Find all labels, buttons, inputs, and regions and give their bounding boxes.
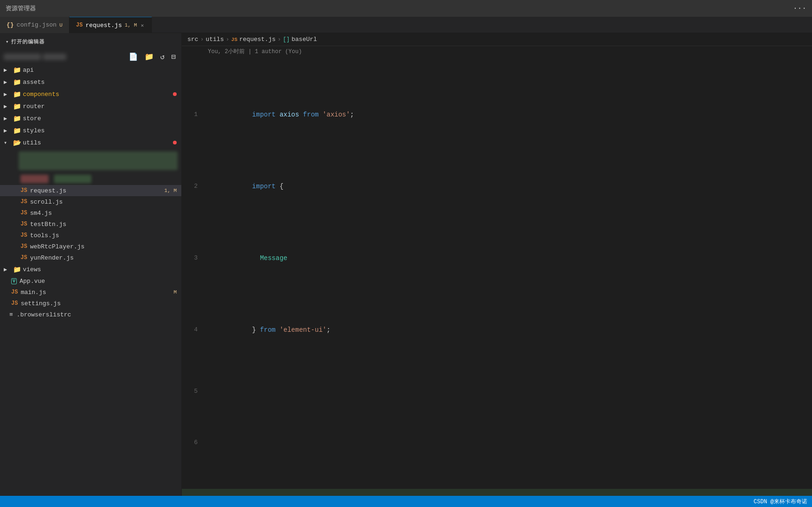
sidebar-toolbar: 📄 📁 ↺ ⊟	[0, 50, 181, 64]
sidebar-file-webrtcplayer-js-label: webRtcPlayer.js	[30, 243, 84, 250]
sidebar-file-settings-js[interactable]: JS settings.js	[0, 298, 181, 309]
js-file-icon: JS	[21, 221, 27, 227]
sidebar-file-request-js[interactable]: JS request.js 1, M	[0, 185, 181, 196]
main-content: ▾ 打开的编辑器 📄 📁 ↺ ⊟ ▶ 📁 api	[0, 33, 812, 496]
code-area[interactable]: 1 import axios from 'axios'; 2 import { …	[182, 56, 812, 496]
tab-bar: {} config.json U JS request.js 1, M ✕	[0, 17, 812, 33]
tab-request-js-badge: 1, M	[124, 22, 137, 28]
tab-config-json-badge: U	[59, 22, 62, 28]
sidebar-file-scroll-js[interactable]: JS scroll.js	[0, 196, 181, 207]
code-line-6: 6	[182, 438, 812, 448]
title-bar: 资源管理器 ···	[0, 0, 812, 17]
sidebar: ▾ 打开的编辑器 📄 📁 ↺ ⊟ ▶ 📁 api	[0, 33, 182, 496]
sidebar-file-browserslistrc[interactable]: ≡ .browserslistrc	[0, 309, 181, 320]
sidebar-filter-value	[43, 54, 66, 60]
status-bar-right-text: CSDN @来杯卡布奇诺	[754, 498, 807, 506]
js-file-icon: JS	[21, 232, 27, 239]
sidebar-file-sm4-js[interactable]: JS sm4.js	[0, 207, 181, 219]
new-folder-button[interactable]: 📁	[143, 51, 156, 62]
chevron-right-icon: ▶	[4, 115, 11, 122]
sidebar-file-main-js-label: main.js	[21, 289, 173, 296]
folder-icon: 📁	[13, 103, 21, 110]
chevron-right-icon: ▶	[4, 79, 11, 86]
code-text-1: import axios from 'axios';	[205, 99, 354, 130]
js-file-icon: JS	[21, 199, 27, 205]
code-line-3: 3 Message	[182, 243, 812, 274]
folder-icon: 📁	[13, 115, 21, 123]
line-num-2: 2	[186, 181, 205, 192]
folder-icon: 📁	[13, 266, 21, 274]
sidebar-item-styles[interactable]: ▶ 📁 styles	[0, 124, 181, 137]
sidebar-file-app-vue[interactable]: V App.vue	[0, 275, 181, 287]
sidebar-chevron-down[interactable]: ▾	[6, 39, 9, 45]
editor: src › utils › JS request.js › [] baseUrl…	[182, 33, 812, 496]
title-bar-menu-dots[interactable]: ···	[793, 4, 806, 13]
new-file-button[interactable]: 📄	[127, 51, 140, 62]
breadcrumb-src[interactable]: src	[187, 36, 198, 43]
tab-request-js-close[interactable]: ✕	[140, 21, 145, 29]
sidebar-file-main-js[interactable]: JS main.js M	[0, 287, 181, 298]
sidebar-item-utils[interactable]: ▾ 📂 utils	[0, 137, 181, 149]
sidebar-item-store[interactable]: ▶ 📁 store	[0, 112, 181, 124]
sidebar-file-yunrender-js[interactable]: JS yunRender.js	[0, 252, 181, 263]
breadcrumb-sep-1: ›	[200, 36, 204, 43]
breadcrumb-utils[interactable]: utils	[206, 36, 224, 43]
sidebar-file-sm4-js-label: sm4.js	[30, 210, 52, 217]
sidebar-item-components[interactable]: ▶ 📁 components	[0, 88, 181, 100]
sidebar-file-yunrender-js-label: yunRender.js	[30, 254, 74, 261]
code-text-2: import {	[205, 171, 283, 202]
code-content: 1 import axios from 'axios'; 2 import { …	[182, 56, 812, 496]
sidebar-item-views[interactable]: ▶ 📁 views	[0, 263, 181, 275]
sidebar-item-api[interactable]: ▶ 📁 api	[0, 64, 181, 76]
tab-config-json-label: config.json	[17, 21, 57, 28]
js-file-icon: JS	[11, 300, 18, 307]
sidebar-file-tree: ▶ 📁 api ▶ 📁 assets ▶ 📁 components	[0, 64, 181, 496]
collapse-button[interactable]: ⊟	[169, 51, 178, 62]
chevron-right-icon: ▶	[4, 91, 11, 98]
line-num-5: 5	[186, 386, 205, 397]
sidebar-file-scroll-js-label: scroll.js	[30, 199, 62, 206]
sidebar-title: 打开的编辑器	[11, 38, 45, 45]
sidebar-item-assets[interactable]: ▶ 📁 assets	[0, 76, 181, 88]
chevron-right-icon: ▶	[4, 67, 11, 74]
sidebar-blurred-item-2	[54, 175, 91, 183]
tab-js-icon: JS	[76, 22, 83, 28]
chevron-right-icon: ▶	[4, 127, 11, 134]
sidebar-file-testbtn-js[interactable]: JS testBtn.js	[0, 219, 181, 230]
sidebar-blurred-section-1	[19, 151, 178, 170]
refresh-button[interactable]: ↺	[158, 51, 167, 62]
sidebar-item-store-label: store	[23, 115, 41, 122]
sidebar-file-app-vue-label: App.vue	[20, 278, 45, 285]
tab-json-icon: {}	[7, 21, 14, 28]
code-line-5: 5	[182, 386, 812, 397]
sidebar-item-styles-label: styles	[23, 127, 45, 134]
breadcrumb-baseurl[interactable]: baseUrl	[291, 36, 317, 43]
sidebar-item-router[interactable]: ▶ 📁 router	[0, 100, 181, 112]
folder-icon: 📁	[13, 90, 21, 98]
title-bar-title: 资源管理器	[6, 4, 793, 13]
components-modified-dot	[173, 92, 177, 96]
code-text-3: Message	[205, 243, 287, 274]
sidebar-item-api-label: api	[23, 67, 34, 74]
sidebar-file-tools-js[interactable]: JS tools.js	[0, 230, 181, 241]
sidebar-item-assets-label: assets	[23, 79, 45, 86]
breadcrumb-sep-3: ›	[277, 36, 281, 43]
code-line-2: 2 import {	[182, 171, 812, 202]
js-file-icon: JS	[21, 243, 27, 250]
blame-line: You, 2小时前 | 1 author (You)	[182, 46, 812, 56]
chevron-right-icon: ▶	[4, 103, 11, 110]
tab-request-js[interactable]: JS request.js 1, M ✕	[69, 17, 151, 33]
sidebar-file-webrtcplayer-js[interactable]: JS webRtcPlayer.js	[0, 241, 181, 252]
code-line-7: 7	[182, 489, 812, 496]
sidebar-file-tools-js-label: tools.js	[30, 232, 59, 239]
status-bar: CSDN @来杯卡布奇诺	[0, 496, 812, 507]
tab-config-json[interactable]: {} config.json U	[0, 17, 69, 33]
sidebar-item-views-label: views	[23, 266, 41, 273]
line-num-1: 1	[186, 110, 205, 120]
line-num-6: 6	[186, 438, 205, 448]
sidebar-file-testbtn-js-label: testBtn.js	[30, 221, 66, 228]
folder-icon: 📁	[13, 66, 21, 74]
code-line-1: 1 import axios from 'axios';	[182, 99, 812, 130]
line-num-3: 3	[186, 253, 205, 263]
breadcrumb-request-js[interactable]: request.js	[239, 36, 275, 43]
